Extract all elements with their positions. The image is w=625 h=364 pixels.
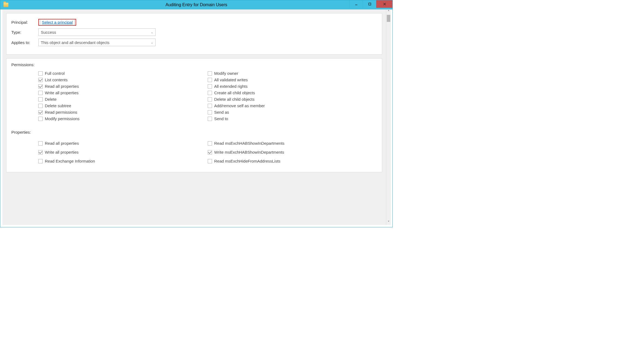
- checkbox-label: Send as: [214, 110, 229, 114]
- type-combobox[interactable]: Success ⌄: [38, 28, 156, 36]
- checkbox-label: Add/remove self as member: [214, 103, 265, 108]
- checkbox[interactable]: [38, 110, 43, 114]
- checkbox[interactable]: [38, 117, 43, 121]
- type-label: Type:: [11, 30, 38, 35]
- checkbox-label: Delete subtree: [45, 103, 71, 108]
- minimize-icon: [355, 2, 358, 6]
- folder-icon: [4, 3, 8, 7]
- checkbox-label: Modify permissions: [45, 116, 79, 121]
- property-item: Read Exchange Information: [38, 159, 208, 163]
- checkbox[interactable]: [38, 159, 43, 163]
- minimize-button[interactable]: [349, 0, 363, 8]
- scroll-thumb[interactable]: [387, 15, 390, 22]
- checkbox[interactable]: [208, 159, 212, 163]
- window-title: Auditing Entry for Domain Users: [0, 2, 392, 7]
- checkbox-label: Delete: [45, 97, 56, 102]
- checkbox-label: Send to: [214, 116, 228, 121]
- permission-item: Modify permissions: [38, 116, 208, 121]
- checkbox[interactable]: [208, 150, 212, 154]
- permission-item: All extended rights: [208, 84, 377, 89]
- permission-item: Full control: [38, 71, 208, 76]
- principal-label: Principal:: [11, 20, 38, 25]
- permissions-title: Permissions:: [11, 62, 377, 67]
- checkbox[interactable]: [38, 78, 43, 82]
- auditing-entry-window: Auditing Entry for Domain Users Principa…: [0, 0, 393, 227]
- close-icon: [383, 2, 386, 6]
- checkbox-label: Read all properties: [45, 84, 79, 89]
- checkbox[interactable]: [38, 91, 43, 95]
- permission-item: Read permissions: [38, 110, 208, 114]
- checkbox[interactable]: [208, 97, 212, 102]
- permission-item: Write all properties: [38, 90, 208, 95]
- permission-item: All validated writes: [208, 77, 377, 82]
- checkbox-label: Modify owner: [214, 71, 238, 76]
- close-button[interactable]: [376, 0, 392, 8]
- checkbox-label: All validated writes: [214, 77, 248, 82]
- checkbox[interactable]: [208, 104, 212, 108]
- checkbox[interactable]: [208, 117, 212, 121]
- checkbox-label: Read msExchHABShowInDepartments: [214, 141, 284, 146]
- checkbox-label: Delete all child objects: [214, 97, 254, 102]
- permission-item: List contents: [38, 77, 208, 82]
- checkbox-label: Create all child objects: [214, 90, 255, 95]
- window-controls: [349, 0, 392, 8]
- permission-item: Read all properties: [38, 84, 208, 89]
- checkbox[interactable]: [38, 97, 43, 102]
- maximize-button[interactable]: [363, 0, 376, 8]
- applies-to-combobox[interactable]: This object and all descendant objects ⌄: [38, 39, 156, 46]
- applies-row: Applies to: This object and all descenda…: [11, 39, 377, 46]
- checkbox-label: Full control: [45, 71, 65, 76]
- checkbox[interactable]: [38, 104, 43, 108]
- checkbox[interactable]: [208, 71, 212, 76]
- type-value: Success: [41, 30, 56, 35]
- applies-value: This object and all descendant objects: [41, 40, 109, 45]
- checkbox-label: List contents: [45, 77, 68, 82]
- checkbox-label: All extended rights: [214, 84, 247, 89]
- principal-panel: Principal: Select a principal Type: Succ…: [6, 13, 382, 55]
- checkbox[interactable]: [38, 71, 43, 76]
- checkbox-label: Write all properties: [45, 90, 79, 95]
- permission-item: Send as: [208, 110, 377, 114]
- checkbox-label: Read msExchHideFromAddressLists: [214, 159, 280, 163]
- permission-item: Send to: [208, 116, 377, 121]
- scroll-down-arrow[interactable]: ˅: [386, 220, 391, 225]
- principal-highlight: Select a principal: [38, 19, 76, 26]
- checkbox[interactable]: [208, 141, 212, 146]
- permission-item: Delete all child objects: [208, 97, 377, 102]
- checkbox[interactable]: [38, 84, 43, 89]
- permission-item: Delete: [38, 97, 208, 102]
- permission-item: Create all child objects: [208, 90, 377, 95]
- property-item: Read all properties: [38, 141, 208, 146]
- scroll-up-arrow[interactable]: ˄: [386, 9, 391, 14]
- properties-right-column: Read msExchHABShowInDepartmentsWrite msE…: [208, 137, 377, 168]
- permissions-right-column: Modify ownerAll validated writesAll exte…: [208, 69, 377, 123]
- checkbox[interactable]: [208, 91, 212, 95]
- property-item: Read msExchHideFromAddressLists: [208, 159, 377, 163]
- checkbox[interactable]: [38, 150, 43, 154]
- checkbox[interactable]: [208, 84, 212, 89]
- permission-item: Modify owner: [208, 71, 377, 76]
- applies-label: Applies to:: [11, 40, 38, 45]
- checkbox[interactable]: [208, 110, 212, 114]
- permissions-columns: Full controlList contentsRead all proper…: [11, 69, 377, 123]
- properties-left-column: Read all propertiesWrite all propertiesR…: [11, 137, 208, 168]
- checkbox[interactable]: [208, 78, 212, 82]
- permission-item: Delete subtree: [38, 103, 208, 108]
- content-area: Principal: Select a principal Type: Succ…: [2, 9, 386, 225]
- properties-columns: Read all propertiesWrite all propertiesR…: [11, 137, 377, 168]
- titlebar: Auditing Entry for Domain Users: [0, 0, 392, 9]
- type-row: Type: Success ⌄: [11, 28, 377, 36]
- property-item: Write all properties: [38, 150, 208, 154]
- checkbox-label: Write msExchHABShowInDepartments: [214, 150, 284, 154]
- checkbox[interactable]: [38, 141, 43, 146]
- checkbox-label: Write all properties: [45, 150, 79, 154]
- checkbox-label: Read all properties: [45, 141, 79, 146]
- property-item: Write msExchHABShowInDepartments: [208, 150, 377, 154]
- maximize-icon: [368, 2, 371, 6]
- select-principal-link[interactable]: Select a principal: [40, 19, 75, 25]
- chevron-down-icon: ⌄: [151, 41, 153, 44]
- vertical-scrollbar[interactable]: ˄ ˅: [386, 9, 391, 225]
- properties-title: Properties:: [11, 130, 377, 134]
- permissions-left-column: Full controlList contentsRead all proper…: [11, 69, 208, 123]
- permissions-panel: Permissions: Full controlList contentsRe…: [6, 58, 382, 172]
